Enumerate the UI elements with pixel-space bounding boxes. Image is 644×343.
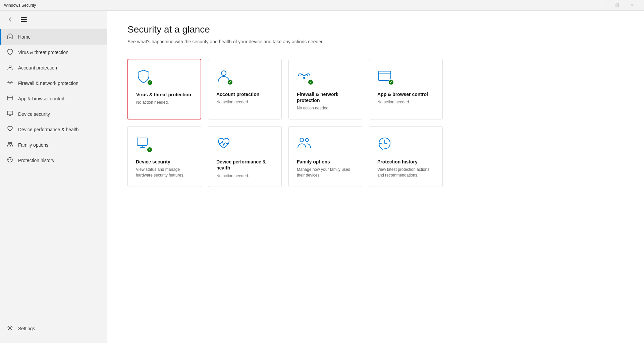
sidebar-item-device-security[interactable]: Device security bbox=[0, 106, 107, 122]
sidebar-label-history: Protection history bbox=[18, 158, 54, 163]
virus-card-desc: No action needed. bbox=[136, 100, 193, 105]
device-security-card-title: Device security bbox=[136, 159, 193, 165]
virus-check-icon bbox=[147, 80, 153, 86]
family-card-title: Family options bbox=[297, 159, 354, 165]
sidebar-label-home: Home bbox=[18, 34, 31, 40]
sidebar: Home Virus & threat protection Account p… bbox=[0, 11, 107, 343]
svg-point-11 bbox=[10, 142, 12, 144]
sidebar-item-virus[interactable]: Virus & threat protection bbox=[0, 45, 107, 60]
svg-point-10 bbox=[8, 142, 10, 144]
sidebar-item-history[interactable]: Protection history bbox=[0, 153, 107, 168]
firewall-card-title: Firewall & network protection bbox=[297, 91, 354, 103]
device-security-card[interactable]: Device security View status and manage h… bbox=[127, 126, 201, 187]
svg-point-4 bbox=[10, 83, 11, 84]
back-button[interactable] bbox=[5, 15, 15, 24]
history-card-desc: View latest protection actions and recom… bbox=[377, 167, 434, 178]
virus-card-icon-wrap bbox=[136, 69, 151, 85]
sidebar-label-virus: Virus & threat protection bbox=[18, 50, 68, 55]
svg-rect-2 bbox=[21, 21, 27, 22]
hamburger-button[interactable] bbox=[19, 16, 29, 24]
titlebar: Windows Security – ⬜ ✕ bbox=[0, 0, 644, 11]
gear-icon bbox=[7, 325, 13, 332]
device-security-card-icon-wrap bbox=[136, 136, 151, 152]
sidebar-item-account[interactable]: Account protection bbox=[0, 60, 107, 76]
svg-rect-5 bbox=[7, 96, 13, 100]
sidebar-label-firewall: Firewall & network protection bbox=[18, 81, 78, 86]
device-perf-card-icon-wrap bbox=[216, 136, 231, 152]
history-card-title: Protection history bbox=[377, 159, 434, 165]
sidebar-label-family: Family options bbox=[18, 142, 48, 148]
heart-nav-icon bbox=[7, 126, 13, 133]
svg-rect-0 bbox=[21, 17, 27, 18]
sidebar-item-device-perf[interactable]: Device performance & health bbox=[0, 122, 107, 137]
heart-card-icon bbox=[216, 136, 231, 151]
sidebar-item-family[interactable]: Family options bbox=[0, 137, 107, 153]
svg-point-21 bbox=[306, 139, 309, 142]
maximize-button[interactable]: ⬜ bbox=[609, 0, 625, 11]
app-browser-card-title: App & browser control bbox=[377, 91, 434, 97]
monitor-nav-icon bbox=[7, 110, 13, 118]
close-button[interactable]: ✕ bbox=[625, 0, 640, 11]
minimize-button[interactable]: – bbox=[594, 0, 609, 11]
family-card[interactable]: Family options Manage how your family us… bbox=[288, 126, 362, 187]
account-card[interactable]: Account protection No action needed. bbox=[208, 59, 282, 119]
sidebar-label-account: Account protection bbox=[18, 65, 57, 70]
device-security-card-desc: View status and manage hardware security… bbox=[136, 167, 193, 178]
svg-point-3 bbox=[9, 65, 11, 67]
family-card-icon bbox=[297, 136, 312, 151]
history-nav-icon bbox=[7, 157, 13, 164]
svg-point-12 bbox=[9, 327, 11, 329]
app-browser-card[interactable]: App & browser control No action needed. bbox=[369, 59, 443, 119]
account-check-icon bbox=[227, 79, 233, 85]
virus-card-title: Virus & threat protection bbox=[136, 92, 193, 98]
shield-nav-icon bbox=[7, 49, 13, 56]
settings-label: Settings bbox=[18, 326, 35, 331]
device-perf-card[interactable]: Device performance & health No action ne… bbox=[208, 126, 282, 187]
app-body: Home Virus & threat protection Account p… bbox=[0, 11, 644, 343]
sidebar-item-home[interactable]: Home bbox=[0, 29, 107, 45]
svg-rect-15 bbox=[379, 71, 391, 81]
home-icon bbox=[7, 33, 13, 41]
sidebar-label-device-security: Device security bbox=[18, 111, 50, 117]
family-card-icon-wrap bbox=[297, 136, 312, 152]
sidebar-top bbox=[0, 11, 107, 29]
history-card-icon-wrap bbox=[377, 136, 392, 152]
family-card-desc: Manage how your family uses their device… bbox=[297, 167, 354, 178]
firewall-card[interactable]: Firewall & network protection No action … bbox=[288, 59, 362, 119]
app-browser-card-icon-wrap bbox=[377, 68, 392, 85]
signal-nav-icon bbox=[7, 80, 13, 87]
svg-rect-17 bbox=[137, 138, 147, 145]
svg-rect-1 bbox=[21, 19, 27, 20]
titlebar-title: Windows Security bbox=[4, 3, 36, 8]
settings-item[interactable]: Settings bbox=[0, 321, 107, 336]
app-browser-card-desc: No action needed. bbox=[377, 99, 434, 105]
page-subtitle: See what's happening with the security a… bbox=[127, 38, 624, 45]
virus-card[interactable]: Virus & threat protection No action need… bbox=[127, 59, 201, 119]
account-card-icon-wrap bbox=[216, 68, 231, 85]
svg-point-14 bbox=[303, 77, 305, 79]
sidebar-item-firewall[interactable]: Firewall & network protection bbox=[0, 76, 107, 91]
device-security-check-icon bbox=[147, 147, 153, 153]
sidebar-label-app-browser: App & browser control bbox=[18, 96, 64, 101]
cards-grid: Virus & threat protection No action need… bbox=[127, 59, 624, 187]
main-content: Security at a glance See what's happenin… bbox=[107, 11, 644, 343]
device-perf-card-desc: No action needed. bbox=[216, 173, 273, 179]
browser-nav-icon bbox=[7, 95, 13, 102]
firewall-card-desc: No action needed. bbox=[297, 105, 354, 111]
family-nav-icon bbox=[7, 141, 13, 149]
sidebar-item-app-browser[interactable]: App & browser control bbox=[0, 91, 107, 106]
app-browser-check-icon bbox=[388, 79, 394, 85]
person-nav-icon bbox=[7, 64, 13, 71]
account-card-title: Account protection bbox=[216, 91, 273, 97]
svg-point-20 bbox=[300, 138, 304, 142]
svg-point-13 bbox=[221, 71, 226, 76]
clock-card-icon bbox=[377, 136, 392, 151]
svg-rect-7 bbox=[7, 111, 13, 115]
history-card[interactable]: Protection history View latest protectio… bbox=[369, 126, 443, 187]
titlebar-controls: – ⬜ ✕ bbox=[594, 0, 640, 11]
firewall-card-icon-wrap bbox=[297, 68, 312, 85]
sidebar-label-device-perf: Device performance & health bbox=[18, 127, 79, 132]
account-card-desc: No action needed. bbox=[216, 99, 273, 105]
page-title: Security at a glance bbox=[127, 24, 624, 35]
device-perf-card-title: Device performance & health bbox=[216, 159, 273, 171]
